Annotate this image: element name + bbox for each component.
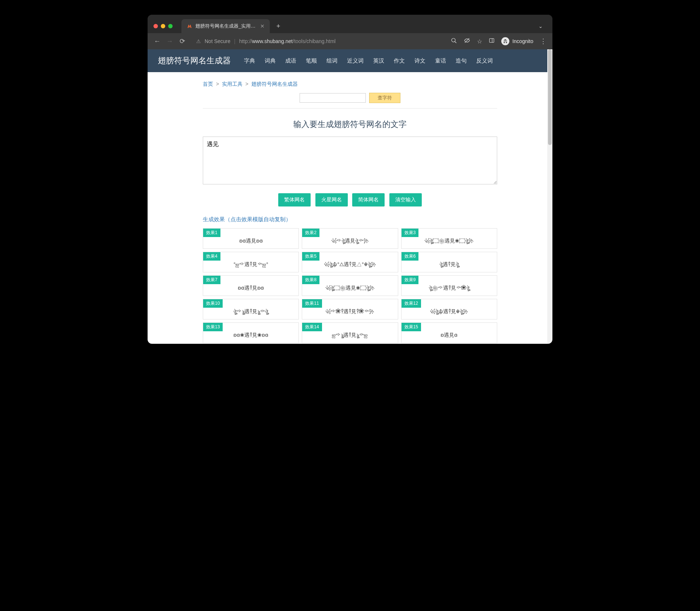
tab-close-button[interactable]: ✕	[260, 23, 265, 29]
result-badge: 效果6	[402, 252, 419, 261]
titlebar: 翅膀符号网名生成器_实用转换查 ✕ + ⌄	[148, 15, 552, 33]
nav-link[interactable]: 词典	[265, 57, 276, 64]
result-card[interactable]: 效果6ঔৣ遇༒見ঔৣ	[401, 252, 497, 272]
nav-link[interactable]: 反义词	[476, 57, 493, 64]
result-card[interactable]: 效果3꧁ঔৣ۝❀遇見❀۝ঔৣ꧂	[401, 228, 497, 249]
search-button[interactable]: 查字符	[369, 93, 400, 103]
breadcrumb-sep: >	[245, 81, 248, 87]
nav-link[interactable]: 笔顺	[306, 57, 317, 64]
result-badge: 效果15	[402, 323, 421, 331]
result-card[interactable]: 效果13ʚɞ❀遇༒見❀ʚɞ	[203, 322, 299, 343]
address-bar[interactable]: ⚠ Not Secure | http://www.shubang.net/to…	[191, 36, 446, 46]
nav-link[interactable]: 组词	[326, 57, 337, 64]
tabs-menu-button[interactable]: ⌄	[535, 23, 547, 29]
nav-link[interactable]: 造句	[456, 57, 467, 64]
breadcrumb-current[interactable]: 翅膀符号网名生成器	[251, 81, 298, 87]
result-card[interactable]: 效果15ʚ遇見ɞ	[401, 322, 497, 343]
window-controls	[153, 24, 173, 28]
result-card[interactable]: 效果9ঔৣ❀༺遇༒見༻❀ঔৣ	[401, 275, 497, 296]
result-label: 生成效果（点击效果模版自动复制）	[203, 214, 497, 228]
search-row: 查字符	[203, 93, 497, 109]
breadcrumb: 首页 > 实用工具 > 翅膀符号网名生成器	[203, 79, 497, 93]
maximize-window-button[interactable]	[168, 24, 173, 28]
vertical-scrollbar[interactable]	[547, 49, 552, 344]
svg-line-1	[455, 41, 456, 43]
reload-button[interactable]: ⟳	[178, 37, 186, 45]
result-text: ꧁༺❀༒遇༒見༒❀༻꧂	[325, 308, 374, 315]
site-logo[interactable]: 翅膀符号网名生成器	[158, 55, 231, 66]
result-card[interactable]: 效果12꧁ঔৣ☬遇༒見☬ঔৣ꧂	[401, 299, 497, 319]
result-card[interactable]: 效果7ʚɞ遇༒見ʚɞ	[203, 275, 299, 296]
nav-link[interactable]: 英汉	[373, 57, 384, 64]
result-card[interactable]: 效果10ঔৣ༺ৡৢ遇༒見ৡৢ༻ঔৣ	[203, 299, 299, 319]
jianti-button[interactable]: 简体网名	[352, 193, 385, 206]
zoom-icon[interactable]	[451, 38, 457, 45]
result-text: ঔৣ༺ৡৢ遇༒見ৡৢ༻ঔৣ	[233, 308, 268, 315]
eye-off-icon[interactable]	[464, 37, 470, 45]
result-badge: 效果7	[203, 276, 220, 284]
browser-menu-button[interactable]: ⋮	[540, 37, 547, 45]
nav-link[interactable]: 近义词	[347, 57, 364, 64]
breadcrumb-home[interactable]: 首页	[203, 81, 213, 87]
divider: |	[234, 38, 236, 44]
bookmark-star-icon[interactable]: ☆	[477, 38, 482, 45]
result-badge: 效果9	[402, 276, 419, 284]
nav-link[interactable]: 成语	[285, 57, 296, 64]
result-card[interactable]: 效果2꧁༺ঔৣ遇見ঔৣ༻꧂	[302, 228, 398, 249]
security-label: Not Secure	[205, 38, 230, 44]
search-input[interactable]	[300, 93, 366, 103]
incognito-icon	[501, 37, 509, 45]
panel-icon[interactable]	[489, 38, 495, 45]
result-badge: 效果12	[402, 299, 421, 308]
result-card[interactable]: 效果4°ஐ༺遇༒見༻ஐ°	[203, 252, 299, 272]
browser-window: 翅膀符号网名生成器_实用转换查 ✕ + ⌄ ← → ⟳ ⚠ Not Secure…	[148, 15, 552, 344]
result-text: ꧁ঔৣ۝❀遇見❀۝ঔৣ꧂	[325, 285, 375, 292]
result-text: ʚɞ遇༒見ʚɞ	[238, 285, 264, 292]
nav-link[interactable]: 童话	[435, 57, 446, 64]
security-warning-icon: ⚠	[196, 38, 201, 44]
result-text: ꧁༺ঔৣ遇見ঔৣ༻꧂	[331, 238, 369, 244]
result-badge: 效果2	[302, 229, 319, 237]
result-text: ꧁ঔৣ☬°△遇༒見△°☬ঔৣ꧂	[324, 261, 376, 268]
svg-rect-3	[489, 39, 494, 43]
incognito-label: Incognito	[512, 38, 533, 44]
new-tab-button[interactable]: +	[273, 22, 284, 30]
incognito-indicator[interactable]: Incognito	[501, 37, 533, 45]
result-card[interactable]: 效果5꧁ঔৣ☬°△遇༒見△°☬ঔৣ꧂	[302, 252, 398, 272]
result-badge: 效果13	[203, 323, 223, 331]
result-text: ঔৣ遇༒見ঔৣ	[439, 261, 459, 268]
huoxing-button[interactable]: 火星网名	[315, 193, 348, 206]
section-title: 输入要生成翅膀符号网名的文字	[203, 112, 497, 137]
result-badge: 效果8	[302, 276, 319, 284]
breadcrumb-tools[interactable]: 实用工具	[222, 81, 243, 87]
nav-link[interactable]: 字典	[244, 57, 255, 64]
result-card[interactable]: 效果11꧁༺❀༒遇༒見༒❀༻꧂	[302, 299, 398, 319]
toolbar-actions: ☆ Incognito ⋮	[451, 37, 547, 45]
result-badge: 效果11	[302, 299, 322, 308]
scrollbar-thumb[interactable]	[548, 49, 552, 145]
svg-point-0	[452, 38, 455, 42]
clear-button[interactable]: 清空输入	[389, 193, 422, 206]
result-badge: 效果5	[302, 252, 319, 261]
nav-link[interactable]: 诗文	[414, 57, 425, 64]
tab-title: 翅膀符号网名生成器_实用转换查	[195, 23, 257, 29]
result-text: ꧁ঔৣ۝❀遇見❀۝ঔৣ꧂	[424, 238, 474, 244]
result-card[interactable]: 效果8꧁ঔৣ۝❀遇見❀۝ঔৣ꧂	[302, 275, 398, 296]
nav-link[interactable]: 作文	[394, 57, 405, 64]
browser-tab[interactable]: 翅膀符号网名生成器_实用转换查 ✕	[181, 19, 270, 33]
minimize-window-button[interactable]	[161, 24, 165, 28]
result-text: ʚɞ遇見ʚɞ	[239, 238, 263, 244]
fanti-button[interactable]: 繁体网名	[278, 193, 311, 206]
forward-button[interactable]: →	[166, 38, 173, 45]
browser-toolbar: ← → ⟳ ⚠ Not Secure | http://www.shubang.…	[148, 33, 552, 49]
result-card[interactable]: 效果1ʚɞ遇見ʚɞ	[203, 228, 299, 249]
back-button[interactable]: ←	[153, 38, 161, 45]
favicon-icon	[187, 23, 192, 29]
result-badge: 效果14	[302, 323, 322, 331]
content: 首页 > 实用工具 > 翅膀符号网名生成器 查字符 输入要生成翅膀符号网名的文字…	[199, 72, 501, 344]
result-card[interactable]: 效果14ஐ༺ৡৢ遇༒見ৡৢ༻ஐ	[302, 322, 398, 343]
result-text: ঔৣ❀༺遇༒見༻❀ঔৣ	[429, 285, 470, 292]
close-window-button[interactable]	[153, 24, 158, 28]
breadcrumb-sep: >	[216, 81, 219, 87]
input-textarea[interactable]	[203, 137, 497, 184]
